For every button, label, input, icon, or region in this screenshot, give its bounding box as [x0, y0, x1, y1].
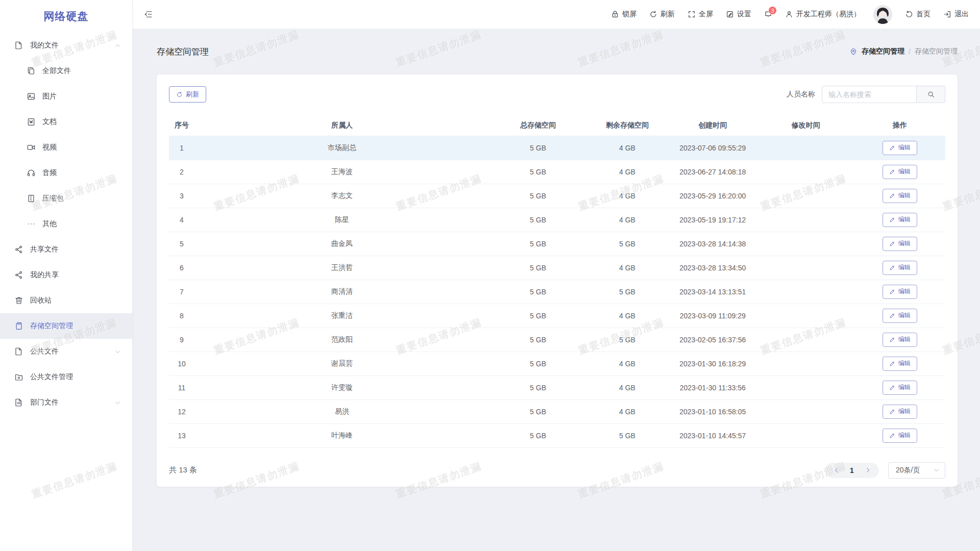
sidebar-item-my-files[interactable]: 我的文件	[0, 33, 132, 58]
audio-icon	[27, 168, 36, 178]
chevron-left-icon	[833, 467, 840, 473]
sidebar-item-images[interactable]: 图片	[0, 84, 132, 109]
page-size-select[interactable]: 20条/页	[888, 462, 945, 479]
edit-label: 编辑	[898, 287, 911, 296]
sidebar-item-audio[interactable]: 音频	[0, 160, 132, 186]
home-button[interactable]: 首页	[905, 10, 930, 19]
sidebar-item-label: 压缩包	[42, 194, 64, 203]
page-size-label: 20条/页	[896, 466, 920, 475]
cell-action: 编辑	[854, 352, 945, 375]
home-label: 首页	[916, 10, 930, 19]
sidebar-item-storage-management[interactable]: 存储空间管理	[0, 313, 132, 339]
edit-button[interactable]: 编辑	[883, 165, 917, 179]
cell-action: 编辑	[854, 160, 945, 184]
edit-button[interactable]: 编辑	[883, 285, 917, 299]
cell-remaining-space: 4 GB	[586, 208, 668, 232]
pencil-icon	[889, 216, 896, 223]
cell-remaining-space: 4 GB	[586, 304, 668, 328]
cell-total-space: 5 GB	[489, 256, 586, 280]
sidebar-item-public-files[interactable]: 公共文件	[0, 339, 132, 364]
sidebar-item-department-files[interactable]: 部门文件	[0, 390, 132, 415]
image-icon	[27, 92, 36, 101]
prev-page-button[interactable]	[829, 463, 843, 478]
edit-button[interactable]: 编辑	[883, 261, 917, 275]
edit-button[interactable]: 编辑	[883, 237, 917, 251]
table-row: 8 张重洁 5 GB 4 GB 2023-03-09 11:09:29 编辑	[169, 304, 945, 328]
sidebar-item-label: 我的文件	[30, 41, 59, 50]
logout-button[interactable]: 退出	[943, 10, 969, 19]
cell-remaining-space: 5 GB	[586, 280, 668, 304]
page-number[interactable]: 1	[845, 466, 859, 474]
refresh-page-button[interactable]: 刷新	[649, 10, 675, 19]
lock-screen-button[interactable]: 锁屏	[611, 10, 636, 19]
settings-button[interactable]: 设置	[726, 10, 751, 19]
col-header-action: 操作	[854, 115, 945, 136]
avatar[interactable]	[873, 5, 892, 24]
edit-label: 编辑	[898, 383, 911, 392]
sidebar-item-documents[interactable]: 文档	[0, 109, 132, 135]
edit-button[interactable]: 编辑	[883, 333, 917, 347]
refresh-table-label: 刷新	[186, 90, 199, 99]
edit-label: 编辑	[898, 359, 911, 368]
sidebar-item-my-shares[interactable]: 我的共享	[0, 262, 132, 288]
edit-button[interactable]: 编辑	[883, 357, 917, 371]
edit-label: 编辑	[898, 239, 911, 248]
sidebar-collapse-button[interactable]	[144, 10, 153, 19]
sidebar-item-label: 文档	[42, 117, 57, 127]
cell-remaining-space: 5 GB	[586, 328, 668, 352]
sidebar-item-label: 我的共享	[30, 270, 59, 280]
user-menu[interactable]: 开发工程师（易洪）	[785, 10, 861, 19]
col-header-created: 创建时间	[668, 115, 757, 136]
cell-total-space: 5 GB	[489, 280, 586, 304]
edit-button[interactable]: 编辑	[883, 429, 917, 443]
chevron-down-icon	[114, 348, 121, 355]
cell-index: 8	[169, 304, 194, 328]
cell-modified-time	[757, 160, 854, 184]
refresh-table-button[interactable]: 刷新	[169, 86, 206, 103]
pencil-icon	[889, 264, 896, 271]
sidebar-item-public-files-management[interactable]: 公共文件管理	[0, 364, 132, 390]
sidebar-item-recycle-bin[interactable]: 回收站	[0, 288, 132, 313]
cell-index: 10	[169, 352, 194, 375]
edit-button[interactable]: 编辑	[883, 309, 917, 323]
storage-table: 序号 所属人 总存储空间 剩余存储空间 创建时间 修改时间 操作 1 市场副总 …	[169, 115, 945, 448]
cell-remaining-space: 4 GB	[586, 256, 668, 280]
chevron-right-icon	[865, 467, 871, 473]
sidebar-item-shared-files[interactable]: 共享文件	[0, 237, 132, 262]
edit-button[interactable]: 编辑	[883, 381, 917, 395]
fullscreen-button[interactable]: 全屏	[688, 10, 713, 19]
document-icon	[27, 117, 36, 127]
edit-button[interactable]: 编辑	[883, 405, 917, 419]
edit-button[interactable]: 编辑	[883, 213, 917, 227]
next-page-button[interactable]	[861, 463, 875, 478]
refresh-page-label: 刷新	[660, 10, 675, 19]
search-button[interactable]	[917, 86, 945, 103]
storage-icon	[14, 321, 23, 331]
notifications-button[interactable]: 3	[764, 10, 772, 18]
cell-owner: 叶海峰	[194, 423, 489, 447]
sidebar: 网络硬盘 我的文件 全部文件 图片 文档 视频 音频 压缩包 其他 共享文件 我…	[0, 0, 133, 551]
table-row: 11 许雯璇 5 GB 4 GB 2023-01-30 11:33:56 编辑	[169, 375, 945, 399]
sidebar-item-others[interactable]: 其他	[0, 211, 132, 237]
edit-button[interactable]: 编辑	[883, 141, 917, 155]
sidebar-item-archives[interactable]: 压缩包	[0, 186, 132, 211]
chevron-up-icon	[114, 42, 121, 49]
breadcrumb-root[interactable]: 存储空间管理	[862, 47, 904, 56]
sidebar-item-videos[interactable]: 视频	[0, 135, 132, 160]
search-input[interactable]	[822, 86, 917, 103]
table-row: 4 陈星 5 GB 4 GB 2023-05-19 19:17:12 编辑	[169, 208, 945, 232]
file-icon	[14, 398, 23, 407]
edit-label: 编辑	[898, 335, 911, 344]
cell-owner: 王洪哲	[194, 256, 489, 280]
logout-icon	[943, 10, 951, 18]
settings-label: 设置	[737, 10, 751, 19]
cell-owner: 陈星	[194, 208, 489, 232]
share-icon	[14, 270, 23, 280]
cell-modified-time	[757, 136, 854, 160]
user-name: 开发工程师（易洪）	[796, 10, 861, 19]
cell-total-space: 5 GB	[489, 160, 586, 184]
edit-button[interactable]: 编辑	[883, 189, 917, 203]
cell-total-space: 5 GB	[489, 136, 586, 160]
sidebar-item-all-files[interactable]: 全部文件	[0, 58, 132, 84]
sidebar-item-label: 其他	[42, 219, 57, 229]
